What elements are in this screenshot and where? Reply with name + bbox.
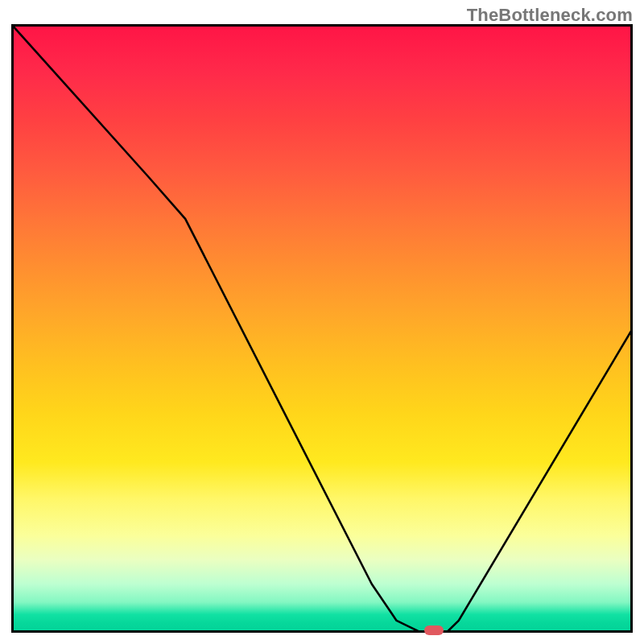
frame-border-left: [11, 24, 14, 633]
optimal-point-marker: [424, 625, 444, 635]
watermark-label: TheBottleneck.com: [467, 5, 633, 26]
frame-border-right: [630, 24, 633, 633]
plot-area: [11, 24, 633, 633]
chart-container: TheBottleneck.com: [0, 0, 644, 644]
bottleneck-curve: [11, 24, 633, 633]
frame-border-bottom: [11, 630, 633, 633]
